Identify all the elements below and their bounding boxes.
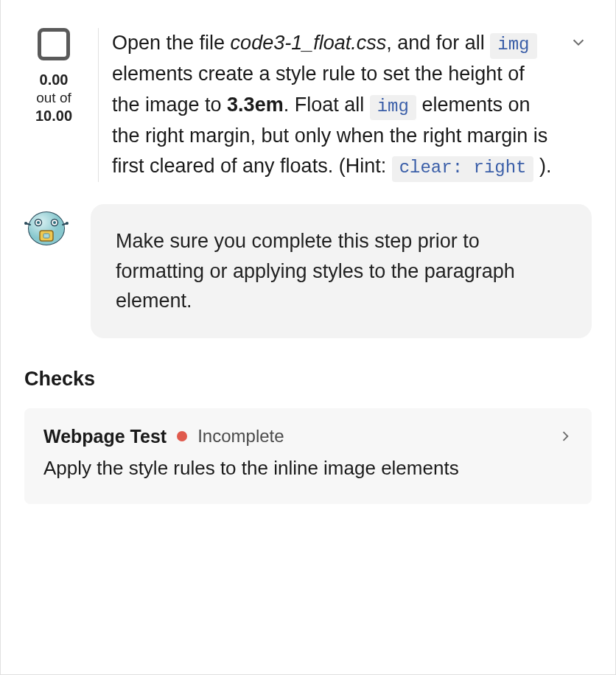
- check-title: Webpage Test: [43, 426, 167, 447]
- task-row: 0.00 out of 10.00 Open the file code3-1_…: [24, 28, 592, 182]
- score-column: 0.00 out of 10.00: [24, 28, 83, 182]
- score-outof-label: out of: [35, 89, 72, 107]
- svg-point-9: [24, 222, 27, 225]
- svg-point-11: [66, 222, 69, 225]
- instruction-part: Open the file: [112, 32, 231, 54]
- instruction-text: Open the file code3-1_float.css, and for…: [112, 28, 555, 182]
- status-dot-icon: [177, 431, 187, 441]
- check-card[interactable]: Webpage Test Incomplete Apply the style …: [24, 408, 592, 505]
- chevron-right-icon: [558, 429, 573, 444]
- svg-point-5: [37, 221, 40, 224]
- instruction-part: , and for all: [386, 32, 490, 54]
- code-chip-img: img: [370, 95, 416, 121]
- chevron-down-icon: [570, 34, 587, 50]
- code-chip-img: img: [490, 33, 536, 59]
- checks-heading: Checks: [24, 368, 592, 391]
- robot-icon: [24, 204, 69, 248]
- instruction-filename: code3-1_float.css: [231, 32, 387, 54]
- check-status: Incomplete: [197, 426, 284, 447]
- hint-row: Make sure you complete this step prior t…: [24, 204, 592, 338]
- instruction-size: 3.3em: [227, 94, 284, 116]
- check-header: Webpage Test Incomplete: [43, 426, 573, 447]
- code-chip-clear: clear: right: [392, 156, 534, 182]
- robot-avatar: [24, 204, 69, 248]
- instruction-part: . Float all: [284, 94, 370, 116]
- hint-bubble: Make sure you complete this step prior t…: [91, 204, 592, 338]
- instruction-part: ).: [533, 155, 551, 177]
- task-container: 0.00 out of 10.00 Open the file code3-1_…: [0, 0, 616, 675]
- score-earned: 0.00: [35, 71, 72, 89]
- svg-rect-3: [43, 234, 49, 238]
- expand-button[interactable]: [565, 28, 592, 55]
- task-checkbox[interactable]: [38, 28, 70, 60]
- svg-point-7: [53, 221, 56, 224]
- hint-text: Make sure you complete this step prior t…: [116, 230, 515, 312]
- score-display: 0.00 out of 10.00: [35, 71, 72, 125]
- score-total: 10.00: [35, 107, 72, 125]
- check-description: Apply the style rules to the inline imag…: [43, 455, 573, 483]
- instruction-wrap: Open the file code3-1_float.css, and for…: [98, 28, 592, 182]
